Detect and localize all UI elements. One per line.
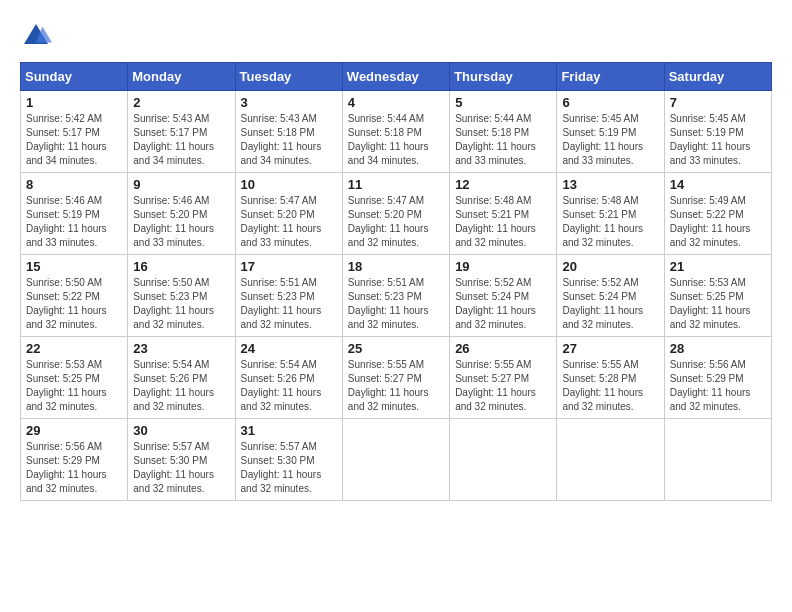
daylight-label: Daylight: 11 hours and 32 minutes. [455,305,536,330]
daylight-label: Daylight: 11 hours and 34 minutes. [348,141,429,166]
calendar-cell: 20 Sunrise: 5:52 AM Sunset: 5:24 PM Dayl… [557,255,664,337]
day-info: Sunrise: 5:52 AM Sunset: 5:24 PM Dayligh… [562,276,658,332]
day-number: 29 [26,423,122,438]
sunrise-label: Sunrise: 5:50 AM [26,277,102,288]
day-info: Sunrise: 5:57 AM Sunset: 5:30 PM Dayligh… [241,440,337,496]
day-number: 31 [241,423,337,438]
daylight-label: Daylight: 11 hours and 32 minutes. [670,387,751,412]
calendar-cell: 16 Sunrise: 5:50 AM Sunset: 5:23 PM Dayl… [128,255,235,337]
sunrise-label: Sunrise: 5:54 AM [133,359,209,370]
daylight-label: Daylight: 11 hours and 32 minutes. [241,387,322,412]
day-number: 10 [241,177,337,192]
day-info: Sunrise: 5:54 AM Sunset: 5:26 PM Dayligh… [133,358,229,414]
day-info: Sunrise: 5:45 AM Sunset: 5:19 PM Dayligh… [562,112,658,168]
day-info: Sunrise: 5:55 AM Sunset: 5:27 PM Dayligh… [348,358,444,414]
sunrise-label: Sunrise: 5:54 AM [241,359,317,370]
sunrise-label: Sunrise: 5:48 AM [562,195,638,206]
calendar-cell: 8 Sunrise: 5:46 AM Sunset: 5:19 PM Dayli… [21,173,128,255]
daylight-label: Daylight: 11 hours and 32 minutes. [26,305,107,330]
day-info: Sunrise: 5:49 AM Sunset: 5:22 PM Dayligh… [670,194,766,250]
day-info: Sunrise: 5:46 AM Sunset: 5:20 PM Dayligh… [133,194,229,250]
sunset-label: Sunset: 5:24 PM [562,291,636,302]
calendar-cell: 25 Sunrise: 5:55 AM Sunset: 5:27 PM Dayl… [342,337,449,419]
daylight-label: Daylight: 11 hours and 33 minutes. [133,223,214,248]
day-number: 11 [348,177,444,192]
sunset-label: Sunset: 5:23 PM [133,291,207,302]
week-row-2: 8 Sunrise: 5:46 AM Sunset: 5:19 PM Dayli… [21,173,772,255]
day-number: 12 [455,177,551,192]
calendar-cell: 27 Sunrise: 5:55 AM Sunset: 5:28 PM Dayl… [557,337,664,419]
calendar-cell [450,419,557,501]
day-number: 4 [348,95,444,110]
sunrise-label: Sunrise: 5:51 AM [241,277,317,288]
day-number: 24 [241,341,337,356]
logo-icon [20,20,52,52]
daylight-label: Daylight: 11 hours and 32 minutes. [133,469,214,494]
day-info: Sunrise: 5:43 AM Sunset: 5:18 PM Dayligh… [241,112,337,168]
daylight-label: Daylight: 11 hours and 32 minutes. [26,469,107,494]
sunrise-label: Sunrise: 5:46 AM [133,195,209,206]
day-info: Sunrise: 5:47 AM Sunset: 5:20 PM Dayligh… [241,194,337,250]
day-number: 14 [670,177,766,192]
calendar-cell: 2 Sunrise: 5:43 AM Sunset: 5:17 PM Dayli… [128,91,235,173]
daylight-label: Daylight: 11 hours and 32 minutes. [455,387,536,412]
day-info: Sunrise: 5:53 AM Sunset: 5:25 PM Dayligh… [670,276,766,332]
day-info: Sunrise: 5:45 AM Sunset: 5:19 PM Dayligh… [670,112,766,168]
daylight-label: Daylight: 11 hours and 32 minutes. [455,223,536,248]
daylight-label: Daylight: 11 hours and 32 minutes. [670,223,751,248]
day-info: Sunrise: 5:46 AM Sunset: 5:19 PM Dayligh… [26,194,122,250]
col-header-sunday: Sunday [21,63,128,91]
daylight-label: Daylight: 11 hours and 32 minutes. [562,305,643,330]
day-number: 13 [562,177,658,192]
sunset-label: Sunset: 5:30 PM [241,455,315,466]
calendar-cell: 15 Sunrise: 5:50 AM Sunset: 5:22 PM Dayl… [21,255,128,337]
day-info: Sunrise: 5:55 AM Sunset: 5:28 PM Dayligh… [562,358,658,414]
sunset-label: Sunset: 5:19 PM [562,127,636,138]
col-header-thursday: Thursday [450,63,557,91]
daylight-label: Daylight: 11 hours and 32 minutes. [562,387,643,412]
sunset-label: Sunset: 5:21 PM [455,209,529,220]
calendar-cell: 1 Sunrise: 5:42 AM Sunset: 5:17 PM Dayli… [21,91,128,173]
day-info: Sunrise: 5:47 AM Sunset: 5:20 PM Dayligh… [348,194,444,250]
sunset-label: Sunset: 5:29 PM [670,373,744,384]
calendar-cell: 19 Sunrise: 5:52 AM Sunset: 5:24 PM Dayl… [450,255,557,337]
day-number: 5 [455,95,551,110]
daylight-label: Daylight: 11 hours and 33 minutes. [26,223,107,248]
sunrise-label: Sunrise: 5:56 AM [26,441,102,452]
calendar-cell [664,419,771,501]
daylight-label: Daylight: 11 hours and 34 minutes. [26,141,107,166]
sunset-label: Sunset: 5:19 PM [26,209,100,220]
sunset-label: Sunset: 5:23 PM [241,291,315,302]
sunrise-label: Sunrise: 5:43 AM [133,113,209,124]
day-info: Sunrise: 5:43 AM Sunset: 5:17 PM Dayligh… [133,112,229,168]
day-info: Sunrise: 5:56 AM Sunset: 5:29 PM Dayligh… [670,358,766,414]
day-number: 19 [455,259,551,274]
col-header-friday: Friday [557,63,664,91]
sunrise-label: Sunrise: 5:45 AM [562,113,638,124]
day-number: 28 [670,341,766,356]
daylight-label: Daylight: 11 hours and 32 minutes. [133,305,214,330]
sunrise-label: Sunrise: 5:52 AM [455,277,531,288]
calendar-cell: 17 Sunrise: 5:51 AM Sunset: 5:23 PM Dayl… [235,255,342,337]
calendar-cell: 18 Sunrise: 5:51 AM Sunset: 5:23 PM Dayl… [342,255,449,337]
calendar-cell: 4 Sunrise: 5:44 AM Sunset: 5:18 PM Dayli… [342,91,449,173]
day-number: 2 [133,95,229,110]
sunset-label: Sunset: 5:27 PM [455,373,529,384]
daylight-label: Daylight: 11 hours and 32 minutes. [133,387,214,412]
page-header [20,20,772,52]
day-info: Sunrise: 5:54 AM Sunset: 5:26 PM Dayligh… [241,358,337,414]
sunrise-label: Sunrise: 5:53 AM [26,359,102,370]
day-info: Sunrise: 5:50 AM Sunset: 5:23 PM Dayligh… [133,276,229,332]
week-row-1: 1 Sunrise: 5:42 AM Sunset: 5:17 PM Dayli… [21,91,772,173]
calendar-cell: 7 Sunrise: 5:45 AM Sunset: 5:19 PM Dayli… [664,91,771,173]
day-info: Sunrise: 5:44 AM Sunset: 5:18 PM Dayligh… [455,112,551,168]
calendar-cell: 6 Sunrise: 5:45 AM Sunset: 5:19 PM Dayli… [557,91,664,173]
daylight-label: Daylight: 11 hours and 32 minutes. [348,223,429,248]
calendar-cell: 26 Sunrise: 5:55 AM Sunset: 5:27 PM Dayl… [450,337,557,419]
daylight-label: Daylight: 11 hours and 32 minutes. [26,387,107,412]
sunset-label: Sunset: 5:20 PM [133,209,207,220]
sunrise-label: Sunrise: 5:48 AM [455,195,531,206]
day-number: 26 [455,341,551,356]
sunset-label: Sunset: 5:20 PM [241,209,315,220]
calendar-cell: 29 Sunrise: 5:56 AM Sunset: 5:29 PM Dayl… [21,419,128,501]
